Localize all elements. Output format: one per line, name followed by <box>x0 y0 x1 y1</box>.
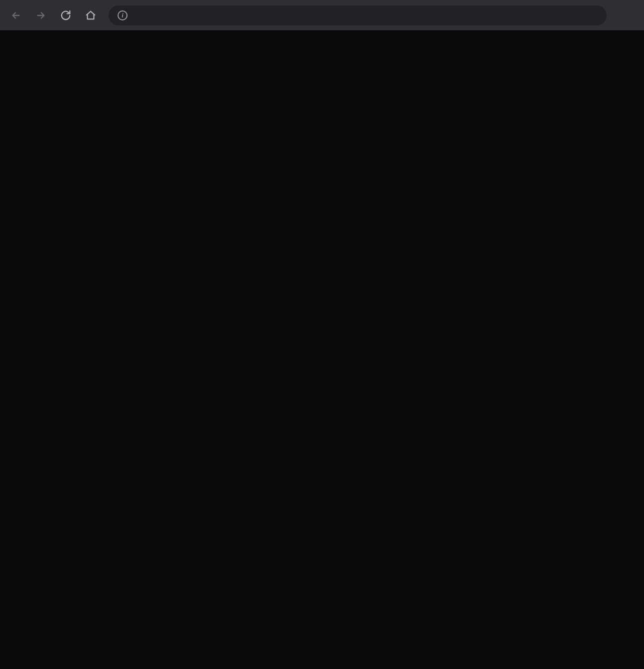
back-button[interactable] <box>9 8 23 22</box>
home-icon <box>85 10 96 21</box>
browser-toolbar: i <box>0 0 644 31</box>
reload-button[interactable] <box>59 8 73 22</box>
forward-button[interactable] <box>34 8 48 22</box>
address-bar[interactable]: i <box>109 5 607 25</box>
arrow-right-icon <box>35 10 46 21</box>
home-button[interactable] <box>84 8 98 22</box>
reload-icon <box>60 10 71 21</box>
page-content <box>0 31 644 53</box>
site-info-icon[interactable]: i <box>118 10 128 20</box>
arrow-left-icon <box>10 10 21 21</box>
